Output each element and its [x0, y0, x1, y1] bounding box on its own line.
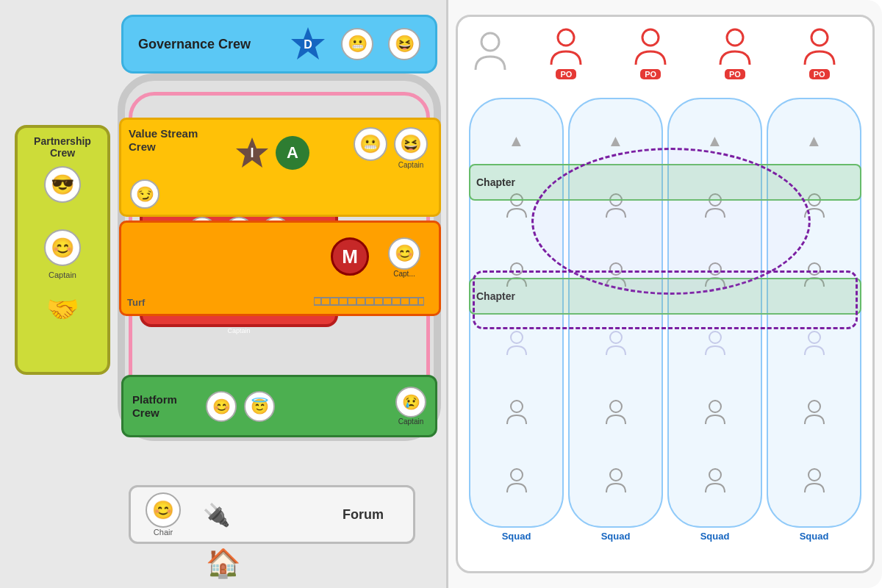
svg-point-20 [727, 29, 743, 46]
squad-label-4: Squad [800, 531, 829, 542]
chair-label: Chair [154, 528, 173, 537]
value-stream-label: Value StreamCrew [129, 127, 198, 154]
vs-captain-emoji-2: 😆 Captain [394, 127, 428, 169]
svg-point-25 [511, 401, 523, 412]
m-captain-label: Capt... [393, 270, 415, 278]
arrow-up-1: ▲ [509, 132, 525, 151]
platform-emoji-2: 😇 [244, 391, 275, 422]
svg-point-41 [808, 469, 820, 481]
dashed-rect [473, 270, 858, 329]
svg-point-36 [709, 469, 721, 481]
svg-point-30 [610, 401, 622, 412]
vs-lower-band: Turf M 😊 Capt... [119, 220, 441, 316]
vs-lower-emoji-row: 😏 [130, 179, 159, 209]
forum-label: Forum [343, 507, 384, 523]
svg-point-34 [709, 331, 721, 343]
platform-captain-label: Captain [398, 417, 423, 426]
platform-captain-wrap: 😢 Captain [395, 387, 426, 426]
governance-emoji-2: 😆 [388, 28, 420, 60]
po-badge-1: PO [556, 69, 576, 79]
right-panel: PO PO PO PO [448, 0, 882, 588]
partnership-crew-label: Partnership Crew [24, 135, 101, 159]
po-row: PO PO PO PO [524, 28, 861, 79]
po-figure-1: PO [549, 28, 583, 79]
vs-badge-A-wrap: A [276, 136, 309, 170]
po-figure-3: PO [718, 28, 752, 79]
vs-captain-label: Captain [398, 161, 423, 169]
squad-label-1: Squad [502, 531, 531, 542]
governance-emoji-1: 😬 [341, 28, 373, 60]
svg-point-21 [811, 29, 828, 46]
partnership-captain-label: Captain [49, 270, 76, 279]
po-badge-4: PO [809, 69, 830, 79]
partnership-handshake-icon: 🤝 [46, 294, 79, 325]
governance-d-badge: D [290, 26, 326, 62]
svg-point-35 [709, 401, 721, 412]
vs-badge-A: A [276, 136, 309, 170]
platform-crew-label: Platform Crew [132, 393, 198, 420]
chair-wrap: 😊 Chair [146, 492, 181, 537]
partnership-crew-box: Partnership Crew 😎 😊 Captain 🤝 [15, 125, 110, 375]
arrow-up-3: ▲ [707, 132, 723, 151]
m-captain-emoji: 😊 Capt... [388, 237, 420, 278]
value-stream-crew-box: Value StreamCrew I A 😬 😆 Captain 😏 [119, 118, 441, 217]
po-badge-2: PO [640, 69, 661, 79]
left-panel: Governance Crew D 😬 😆 Partnership Crew 😎… [0, 0, 448, 588]
arrow-up-4: ▲ [806, 132, 822, 151]
connector-icon: 🔌 [203, 502, 230, 528]
vs-badge-I-wrap: I [235, 136, 269, 170]
svg-point-29 [610, 331, 622, 343]
arrow-up-2: ▲ [608, 132, 624, 151]
vs-captain-emoji-1: 😬 [354, 127, 387, 161]
po-figure-4: PO [803, 28, 836, 79]
svg-point-24 [511, 331, 523, 343]
svg-point-40 [808, 401, 820, 412]
svg-point-31 [610, 469, 622, 481]
svg-point-19 [642, 29, 659, 46]
hatch-lines [314, 293, 424, 308]
svg-text:D: D [304, 38, 312, 51]
forum-section: 😊 Chair 🔌 Forum [129, 485, 415, 544]
po-figure-2: PO [634, 28, 667, 79]
ghost-person-icon [473, 32, 508, 75]
svg-text:I: I [250, 146, 254, 160]
po-badge-3: PO [725, 69, 745, 79]
squad-label-2: Squad [601, 531, 631, 542]
platform-emoji-1: 😊 [206, 391, 237, 422]
right-container: PO PO PO PO [456, 15, 875, 573]
badge-M: M [331, 237, 369, 276]
squads-wrapper: Chapter Chapter ▲ [469, 98, 861, 542]
svg-point-17 [481, 33, 499, 51]
platform-crew-box: Platform Crew 😊 😇 😢 Captain [121, 375, 437, 437]
governance-crew-box: Governance Crew D 😬 😆 [121, 15, 437, 74]
governance-crew-label: Governance Crew [138, 37, 275, 52]
house-icon: 🏠 [206, 547, 240, 579]
chapter-label-1: Chapter [476, 176, 515, 188]
badge-M-wrap: M [331, 237, 369, 276]
turf-label: Turf [127, 297, 145, 308]
partnership-emoji-1: 😎 [44, 166, 81, 203]
squad-label-3: Squad [700, 531, 730, 542]
svg-point-26 [511, 469, 523, 481]
svg-point-18 [558, 29, 574, 46]
svg-point-39 [808, 331, 820, 343]
partnership-emoji-2: 😊 [44, 229, 81, 266]
